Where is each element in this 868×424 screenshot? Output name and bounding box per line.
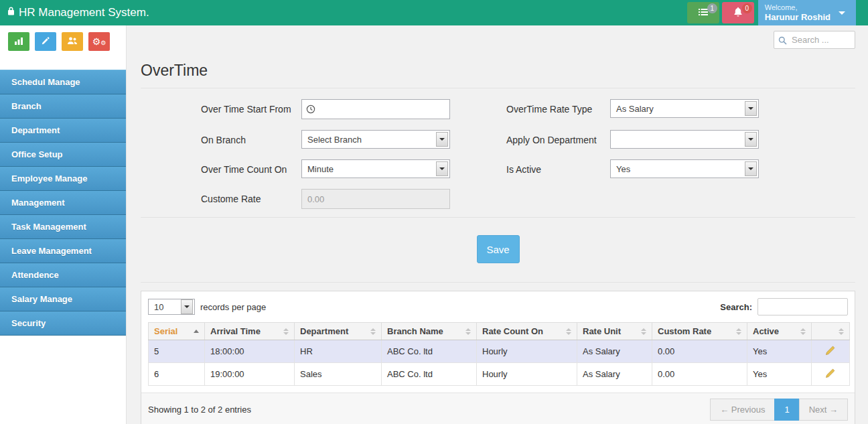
previous-page-button[interactable]: ← Previous bbox=[710, 399, 775, 421]
overtime-start-field bbox=[301, 99, 450, 119]
sidebar-item-salary-manage[interactable]: Salary Manage bbox=[0, 287, 126, 311]
page-size-control: 10 records per page bbox=[148, 299, 266, 315]
sidebar-item-security[interactable]: Security bbox=[0, 311, 126, 336]
rate-type-label: OverTime Rate Type bbox=[506, 99, 610, 116]
count-on-value: Minute bbox=[302, 164, 436, 174]
table-row: 6 19:00:00 Sales ABC Co. ltd Hourly As S… bbox=[149, 363, 850, 386]
table-wrapper: Serial Arrival Time Department Branch Na… bbox=[141, 322, 855, 386]
sidebar-item-management[interactable]: Management bbox=[0, 191, 126, 215]
edit-pencil-icon bbox=[825, 368, 836, 378]
sidebar-users-button[interactable] bbox=[62, 32, 83, 51]
chevron-down-icon bbox=[181, 299, 193, 314]
top-header: HR Management System. 1 0 Welcome, Harun… bbox=[0, 0, 868, 25]
sort-arrows-icon bbox=[839, 328, 844, 335]
bell-icon bbox=[733, 7, 743, 19]
col-actions[interactable] bbox=[812, 323, 850, 340]
table-search-label: Search: bbox=[720, 302, 752, 312]
sort-arrows-icon bbox=[566, 328, 571, 335]
welcome-label: Welcome, bbox=[765, 3, 830, 12]
overtime-start-input[interactable] bbox=[301, 99, 450, 119]
sidebar-item-branch[interactable]: Branch bbox=[0, 94, 126, 119]
sort-asc-icon bbox=[194, 330, 199, 333]
pagination: ← Previous 1 Next → bbox=[711, 399, 848, 421]
edit-row-button[interactable] bbox=[825, 368, 836, 380]
content: OverTime Over Time Start From OverTime R… bbox=[127, 25, 868, 424]
cell-custom-rate: 0.00 bbox=[652, 340, 747, 363]
chevron-down-icon bbox=[436, 161, 448, 176]
app-root: HR Management System. 1 0 Welcome, Harun… bbox=[0, 0, 868, 424]
sort-arrows-icon bbox=[283, 328, 289, 335]
save-button[interactable]: Save bbox=[477, 235, 520, 263]
table-controls: 10 records per page Search: bbox=[141, 291, 855, 322]
cell-serial: 5 bbox=[149, 340, 205, 363]
apply-on-value bbox=[611, 135, 745, 144]
sidebar-chart-button[interactable] bbox=[8, 32, 29, 51]
overtime-table-panel: 10 records per page Search: bbox=[141, 291, 855, 424]
cell-department: Sales bbox=[295, 363, 382, 386]
table-info: Showing 1 to 2 of 2 entries bbox=[148, 405, 251, 415]
sort-arrows-icon bbox=[465, 328, 471, 335]
col-branch-name[interactable]: Branch Name bbox=[382, 323, 477, 340]
sidebar-edit-button[interactable] bbox=[35, 32, 56, 51]
bar-chart-icon bbox=[14, 36, 23, 48]
cell-rate-unit: As Salary bbox=[577, 340, 652, 363]
page-size-label: records per page bbox=[200, 302, 266, 312]
sidebar-item-office-setup[interactable]: Office Setup bbox=[0, 143, 126, 167]
col-rate-count-on[interactable]: Rate Count On bbox=[477, 323, 577, 340]
col-serial[interactable]: Serial bbox=[149, 323, 205, 340]
page-size-select[interactable]: 10 bbox=[148, 299, 195, 315]
chevron-down-icon bbox=[745, 101, 757, 116]
sidebar-item-leave-management[interactable]: Leave Management bbox=[0, 239, 126, 263]
apply-on-select[interactable] bbox=[610, 130, 759, 149]
page-1-button[interactable]: 1 bbox=[774, 399, 799, 421]
cell-active: Yes bbox=[747, 340, 812, 363]
cell-arrival-time: 19:00:00 bbox=[205, 363, 295, 386]
global-search-input[interactable] bbox=[774, 31, 855, 49]
chevron-down-icon bbox=[745, 132, 757, 147]
user-name: Harunur Roshid bbox=[765, 12, 830, 22]
on-branch-value: Select Branch bbox=[302, 135, 436, 145]
page-title: OverTime bbox=[141, 62, 855, 80]
cell-branch-name: ABC Co. ltd bbox=[382, 363, 477, 386]
notifications-badge: 0 bbox=[742, 3, 752, 13]
overtime-table: Serial Arrival Time Department Branch Na… bbox=[148, 322, 850, 386]
sidebar-item-employee-manage[interactable]: Employee Manage bbox=[0, 167, 126, 191]
count-on-label: Over Time Count On bbox=[201, 159, 301, 176]
divider bbox=[141, 217, 855, 218]
sidebar-item-schedul-manage[interactable]: Schedul Manage bbox=[0, 70, 126, 94]
save-row: Save bbox=[141, 226, 855, 274]
count-on-select[interactable]: Minute bbox=[301, 159, 450, 178]
col-rate-unit[interactable]: Rate Unit bbox=[577, 323, 652, 340]
cell-rate-unit: As Salary bbox=[577, 363, 652, 386]
sort-arrows-icon bbox=[736, 328, 741, 335]
table-row: 5 18:00:00 HR ABC Co. ltd Hourly As Sala… bbox=[149, 340, 850, 363]
cell-serial: 6 bbox=[149, 363, 205, 386]
sidebar: ⚙⚙ Schedul Manage Branch Department Offi… bbox=[0, 25, 127, 424]
edit-row-button[interactable] bbox=[825, 345, 836, 358]
col-custom-rate[interactable]: Custom Rate bbox=[652, 323, 747, 340]
brand: HR Management System. bbox=[0, 0, 149, 25]
col-department[interactable]: Department bbox=[295, 323, 382, 340]
sidebar-item-attendence[interactable]: Attendence bbox=[0, 263, 126, 287]
cell-actions bbox=[812, 340, 850, 363]
is-active-label: Is Active bbox=[506, 159, 610, 176]
sidebar-settings-button[interactable]: ⚙⚙ bbox=[88, 32, 110, 51]
col-arrival-time[interactable]: Arrival Time bbox=[205, 323, 295, 340]
on-branch-select[interactable]: Select Branch bbox=[301, 130, 450, 149]
col-active[interactable]: Active bbox=[747, 323, 812, 340]
table-search-input[interactable] bbox=[757, 298, 848, 315]
custome-rate-input bbox=[301, 189, 450, 209]
table-footer: Showing 1 to 2 of 2 entries ← Previous 1… bbox=[141, 393, 855, 424]
next-page-button[interactable]: Next → bbox=[799, 399, 848, 421]
user-menu[interactable]: Welcome, Harunur Roshid bbox=[758, 0, 856, 25]
overtime-form: Over Time Start From OverTime Rate Type … bbox=[201, 99, 855, 209]
apply-on-label: Apply On Department bbox=[506, 130, 610, 147]
rate-type-select[interactable]: As Salary bbox=[610, 99, 759, 118]
notifications-button[interactable]: 0 bbox=[722, 2, 754, 23]
tasks-button[interactable]: 1 bbox=[687, 2, 719, 23]
cell-custom-rate: 0.00 bbox=[652, 363, 747, 386]
sidebar-item-task-management[interactable]: Task Management bbox=[0, 215, 126, 239]
cell-branch-name: ABC Co. ltd bbox=[382, 340, 477, 363]
sidebar-item-department[interactable]: Department bbox=[0, 119, 126, 143]
is-active-select[interactable]: Yes bbox=[610, 159, 759, 178]
